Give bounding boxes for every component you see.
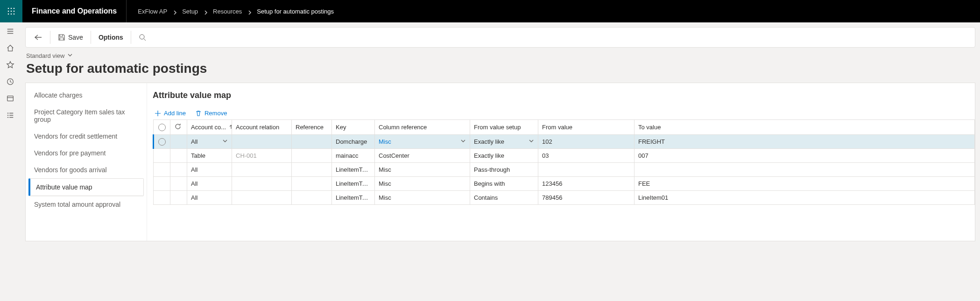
cell-reference[interactable] — [292, 149, 332, 163]
refresh-header[interactable] — [170, 120, 187, 135]
save-label: Save — [68, 34, 83, 41]
options-button[interactable]: Options — [94, 31, 128, 44]
workspaces-icon[interactable] — [6, 94, 14, 103]
cell-key[interactable]: LineItemTest1 — [332, 163, 375, 177]
sidebar-item[interactable]: System total amount approval — [28, 196, 144, 213]
recent-icon[interactable] — [6, 77, 14, 86]
chevron-down-icon — [67, 52, 73, 59]
table-row[interactable]: AllDomchargeMiscExactly like102FREIGHT — [154, 135, 975, 149]
breadcrumb-item: Setup for automatic postings — [257, 8, 334, 15]
cell-from-value[interactable]: 03 — [538, 149, 635, 163]
sidebar-item[interactable]: Vendors for credit settlement — [28, 128, 144, 145]
back-button[interactable] — [29, 31, 47, 43]
main-area: Save Options Standard view Setup for aut… — [21, 22, 980, 241]
cell-account-relation[interactable] — [232, 135, 292, 149]
row-selector[interactable] — [154, 135, 170, 149]
star-icon[interactable] — [6, 61, 14, 69]
home-icon[interactable] — [6, 44, 14, 52]
cell-from-value-setup[interactable]: Contains — [470, 191, 538, 205]
sidebar-item[interactable]: Vendors for goods arrival — [28, 161, 144, 178]
table-row[interactable]: AllLineItemTest1MiscPass-through — [154, 163, 975, 177]
cell-from-value-setup[interactable]: Exactly like — [470, 135, 538, 149]
chevron-down-icon — [222, 138, 228, 145]
cell-key[interactable]: LineItemTest3 — [332, 191, 375, 205]
cell-from-value-setup[interactable]: Exactly like — [470, 149, 538, 163]
cell-account-code[interactable]: All — [187, 135, 232, 149]
cell-account-code[interactable]: All — [187, 177, 232, 191]
cell-column-reference[interactable]: Misc — [375, 191, 470, 205]
col-from-value-setup[interactable]: From value setup — [470, 120, 538, 135]
cell-column-reference[interactable]: Misc — [375, 177, 470, 191]
page-title: Setup for automatic postings — [26, 61, 975, 76]
row-selector[interactable] — [154, 191, 170, 205]
svg-point-1 — [11, 8, 12, 9]
add-line-button[interactable]: Add line — [155, 110, 186, 117]
cell-account-relation[interactable]: CH-001 — [232, 149, 292, 163]
action-bar: Save Options — [25, 27, 975, 48]
sidebar-item[interactable]: Allocate charges — [28, 87, 144, 104]
modules-icon[interactable] — [6, 111, 14, 119]
col-reference[interactable]: Reference — [292, 120, 332, 135]
save-button[interactable]: Save — [53, 31, 88, 44]
cell-from-value-setup[interactable]: Begins with — [470, 177, 538, 191]
hamburger-icon[interactable] — [6, 27, 14, 35]
svg-point-7 — [11, 14, 12, 15]
cell-to-value[interactable]: FREIGHT — [635, 135, 975, 149]
cell-account-relation[interactable] — [232, 191, 292, 205]
row-selector[interactable] — [154, 163, 170, 177]
separator — [131, 31, 131, 44]
cell-column-reference[interactable]: Misc — [375, 135, 470, 149]
cell-from-value[interactable] — [538, 163, 635, 177]
cell-account-code[interactable]: Table — [187, 149, 232, 163]
cell-to-value[interactable]: FEE — [635, 177, 975, 191]
search-button[interactable] — [134, 31, 151, 44]
cell-to-value[interactable]: 007 — [635, 149, 975, 163]
sidebar-item[interactable]: Attribute value map — [28, 178, 144, 196]
col-column-reference[interactable]: Column reference — [375, 120, 470, 135]
cell-to-value[interactable]: LineItem01 — [635, 191, 975, 205]
sidebar-item[interactable]: Project Category Item sales tax group — [28, 104, 144, 128]
cell-column-reference[interactable]: Misc — [375, 163, 470, 177]
cell-key[interactable]: Domcharge — [332, 135, 375, 149]
col-from-value[interactable]: From value — [538, 120, 635, 135]
row-selector[interactable] — [154, 177, 170, 191]
view-selector[interactable]: Standard view — [26, 52, 975, 59]
breadcrumb-item[interactable]: Setup — [182, 8, 198, 15]
chevron-down-icon — [529, 138, 534, 145]
cell-from-value[interactable]: 102 — [538, 135, 635, 149]
cell-from-value[interactable]: 123456 — [538, 177, 635, 191]
cell-reference[interactable] — [292, 177, 332, 191]
cell-from-value[interactable]: 789456 — [538, 191, 635, 205]
row-selector[interactable] — [154, 149, 170, 163]
select-all-header[interactable] — [154, 120, 170, 135]
cell-from-value-setup[interactable]: Pass-through — [470, 163, 538, 177]
col-key[interactable]: Key — [332, 120, 375, 135]
row-indicator — [170, 177, 187, 191]
col-to-value[interactable]: To value — [635, 120, 975, 135]
cell-account-code[interactable]: All — [187, 163, 232, 177]
cell-column-reference[interactable]: CostCenter — [375, 149, 470, 163]
table-row[interactable]: AllLineItemTest2MiscBegins with123456FEE — [154, 177, 975, 191]
breadcrumb-item[interactable]: Resources — [213, 8, 242, 15]
cell-key[interactable]: mainacc — [332, 149, 375, 163]
cell-reference[interactable] — [292, 163, 332, 177]
col-account-relation[interactable]: Account relation — [232, 120, 292, 135]
breadcrumb-item[interactable]: ExFlow AP — [138, 8, 167, 15]
cell-reference[interactable] — [292, 191, 332, 205]
cell-account-relation[interactable] — [232, 177, 292, 191]
table-row[interactable]: AllLineItemTest3MiscContains789456LineIt… — [154, 191, 975, 205]
cell-reference[interactable] — [292, 135, 332, 149]
row-indicator — [170, 135, 187, 149]
cell-key[interactable]: LineItemTest2 — [332, 177, 375, 191]
cell-account-code[interactable]: All — [187, 191, 232, 205]
table-row[interactable]: TableCH-001mainaccCostCenterExactly like… — [154, 149, 975, 163]
cell-account-relation[interactable] — [232, 163, 292, 177]
sidebar-item[interactable]: Vendors for pre payment — [28, 145, 144, 161]
svg-point-2 — [14, 8, 15, 9]
panel-title: Attribute value map — [153, 91, 975, 100]
cell-to-value[interactable] — [635, 163, 975, 177]
section-list: Allocate chargesProject Category Item sa… — [26, 83, 147, 241]
remove-button[interactable]: Remove — [195, 110, 227, 117]
app-launcher-button[interactable] — [0, 0, 22, 22]
col-account-code[interactable]: Account co... — [187, 120, 232, 135]
